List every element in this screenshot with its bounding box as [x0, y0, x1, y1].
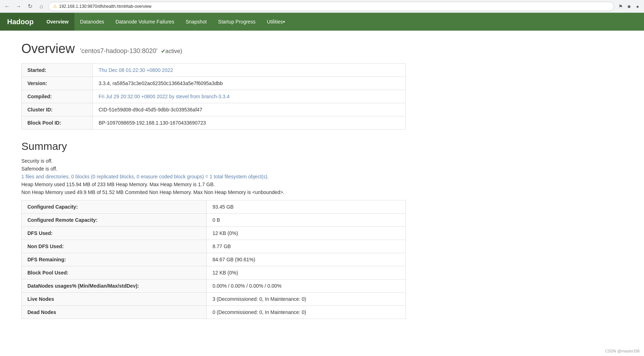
safemode-text: Safemode is off. [21, 166, 406, 172]
page-title: Overview 'centos7-hadoop-130:8020' ✔acti… [21, 41, 406, 56]
info-label: Compiled: [22, 90, 93, 103]
info-label: Version: [22, 77, 93, 90]
back-button[interactable]: ← [3, 2, 11, 11]
browser-toolbar-icons: ⚑ ■ ● [617, 3, 641, 10]
hostname: 'centos7-hadoop-130:8020' [78, 47, 159, 54]
nav-startup-progress[interactable]: Startup Progress [213, 13, 261, 31]
stats-value: 0.00% / 0.00% / 0.00% / 0.00% [207, 279, 406, 293]
info-row: Compiled:Fri Jul 29 20:32:00 +0800 2022 … [22, 90, 406, 103]
stats-label: Block Pool Used: [22, 266, 207, 279]
info-value: 3.3.4, ra585a73c3e02ac62350c136643a5e7f6… [93, 77, 406, 90]
bookmark-icon[interactable]: ⚑ [617, 3, 624, 10]
stats-row: DFS Used:12 KB (0%) [22, 227, 406, 240]
url-text: 192.168.1.130:9870/dfshealth.html#tab-ov… [59, 4, 152, 9]
stats-row: Non DFS Used:8.77 GB [22, 240, 406, 253]
info-label: Block Pool ID: [22, 116, 93, 130]
forward-button[interactable]: → [14, 2, 23, 11]
nav-utilities[interactable]: Utilities [261, 13, 291, 31]
stats-label: Configured Capacity: [22, 200, 207, 214]
home-button[interactable]: ⌂ [37, 2, 46, 11]
stats-label: DFS Remaining: [22, 253, 207, 266]
stats-table: Configured Capacity:93.45 GBConfigured R… [21, 200, 406, 319]
address-bar[interactable]: ⚠ 192.168.1.130:9870/dfshealth.html#tab-… [48, 2, 614, 11]
info-row: Version:3.3.4, ra585a73c3e02ac62350c1366… [22, 77, 406, 90]
stats-label: Live Nodes [22, 293, 207, 306]
stats-label: Non DFS Used: [22, 240, 207, 253]
overview-info-table: Started:Thu Dec 08 01:22:30 +0800 2022Ve… [21, 63, 406, 130]
main-content: Overview 'centos7-hadoop-130:8020' ✔acti… [0, 31, 427, 330]
hadoop-logo[interactable]: Hadoop [0, 13, 41, 31]
stats-value[interactable]: 3 (Decommissioned: 0, In Maintenance: 0) [207, 293, 406, 306]
nav-datanode-volume-failures[interactable]: Datanode Volume Failures [110, 13, 180, 31]
stats-row: DataNodes usages% (Min/Median/Max/stdDev… [22, 279, 406, 293]
stats-value: 93.45 GB [207, 200, 406, 214]
stats-row: DFS Remaining:84.67 GB (90.61%) [22, 253, 406, 266]
stats-value[interactable]: 0 (Decommissioned: 0, In Maintenance: 0) [207, 306, 406, 319]
summary-title: Summary [21, 140, 406, 152]
non-heap-memory-text: Non Heap Memory used 49.9 MB of 51.52 MB… [21, 189, 406, 195]
heap-memory-text: Heap Memory used 115.94 MB of 233 MB Hea… [21, 182, 406, 187]
stats-value: 8.77 GB [207, 240, 406, 253]
security-text: Security is off. [21, 158, 406, 164]
filesystem-text: 1 files and directories, 0 blocks (0 rep… [21, 174, 406, 179]
stats-row: Dead Nodes0 (Decommissioned: 0, In Maint… [22, 306, 406, 319]
stats-row: Block Pool Used:12 KB (0%) [22, 266, 406, 279]
stats-value: 12 KB (0%) [207, 266, 406, 279]
nav-overview[interactable]: Overview [41, 13, 74, 31]
stats-value: 84.67 GB (90.61%) [207, 253, 406, 266]
overview-title: Overview [21, 41, 75, 56]
info-row: Cluster ID:CID-51e59d08-d9cd-45d5-9dbb-3… [22, 103, 406, 116]
active-badge: ✔active) [159, 48, 182, 54]
stats-label: DataNodes usages% (Min/Median/Max/stdDev… [22, 279, 207, 293]
info-label: Cluster ID: [22, 103, 93, 116]
info-label: Started: [22, 64, 93, 77]
info-value: CID-51e59d08-d9cd-45d5-9dbb-3c039536af47 [93, 103, 406, 116]
info-value[interactable]: Thu Dec 08 01:22:30 +0800 2022 [93, 64, 406, 77]
extension-icon-1[interactable]: ■ [625, 3, 633, 10]
browser-chrome: ← → ↻ ⌂ ⚠ 192.168.1.130:9870/dfshealth.h… [0, 0, 644, 13]
info-value: BP-1097098659-192.168.1.130-167043369072… [93, 116, 406, 130]
reload-button[interactable]: ↻ [26, 2, 34, 11]
nav-snapshot[interactable]: Snapshot [180, 13, 212, 31]
check-icon: ✔ [161, 48, 166, 54]
hadoop-nav: Hadoop Overview Datanodes Datanode Volum… [0, 13, 644, 31]
stats-label: Configured Remote Capacity: [22, 214, 207, 227]
stats-row: Live Nodes3 (Decommissioned: 0, In Maint… [22, 293, 406, 306]
stats-row: Configured Capacity:93.45 GB [22, 200, 406, 214]
stats-label: DFS Used: [22, 227, 207, 240]
extension-icon-2[interactable]: ● [634, 3, 641, 10]
stats-label: Dead Nodes [22, 306, 207, 319]
lock-icon: ⚠ [53, 4, 57, 9]
nav-datanodes[interactable]: Datanodes [74, 13, 110, 31]
info-row: Started:Thu Dec 08 01:22:30 +0800 2022 [22, 64, 406, 77]
stats-value: 12 KB (0%) [207, 227, 406, 240]
info-value[interactable]: Fri Jul 29 20:32:00 +0800 2022 by stevel… [93, 90, 406, 103]
stats-row: Configured Remote Capacity:0 B [22, 214, 406, 227]
stats-value: 0 B [207, 214, 406, 227]
info-row: Block Pool ID:BP-1097098659-192.168.1.13… [22, 116, 406, 130]
